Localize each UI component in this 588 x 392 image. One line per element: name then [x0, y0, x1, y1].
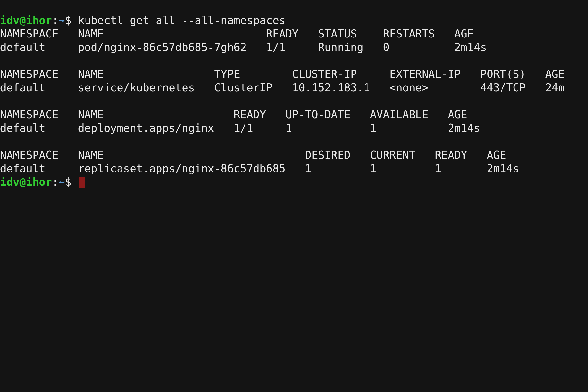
prompt-sep1: : [52, 14, 58, 26]
prompt-sep2: $ [65, 176, 72, 188]
pods-header: NAMESPACE NAME READY STATUS RESTARTS AGE [0, 28, 474, 40]
deployments-row: default deployment.apps/nginx 1/1 1 1 2m… [0, 122, 480, 134]
prompt-sep1: : [52, 176, 58, 188]
prompt-sep2: $ [65, 14, 72, 26]
prompt-user: idv@ihor [0, 176, 52, 188]
prompt-path: ~ [58, 14, 65, 26]
prompt-line-1: idv@ihor:~$ kubectl get all --all-namesp… [0, 14, 286, 26]
pods-row: default pod/nginx-86c57db685-7gh62 1/1 R… [0, 41, 487, 54]
command-text: kubectl get all --all-namespaces [78, 14, 286, 26]
prompt-path: ~ [58, 176, 65, 188]
terminal[interactable]: idv@ihor:~$ kubectl get all --all-namesp… [0, 0, 588, 189]
services-row: default service/kubernetes ClusterIP 10.… [0, 81, 565, 94]
replicasets-row: default replicaset.apps/nginx-86c57db685… [0, 162, 519, 175]
cursor-block-icon [79, 177, 85, 188]
deployments-header: NAMESPACE NAME READY UP-TO-DATE AVAILABL… [0, 108, 467, 121]
services-header: NAMESPACE NAME TYPE CLUSTER-IP EXTERNAL-… [0, 68, 565, 80]
prompt-user: idv@ihor [0, 14, 52, 26]
replicasets-header: NAMESPACE NAME DESIRED CURRENT READY AGE [0, 149, 506, 161]
prompt-line-2: idv@ihor:~$ [0, 176, 85, 188]
